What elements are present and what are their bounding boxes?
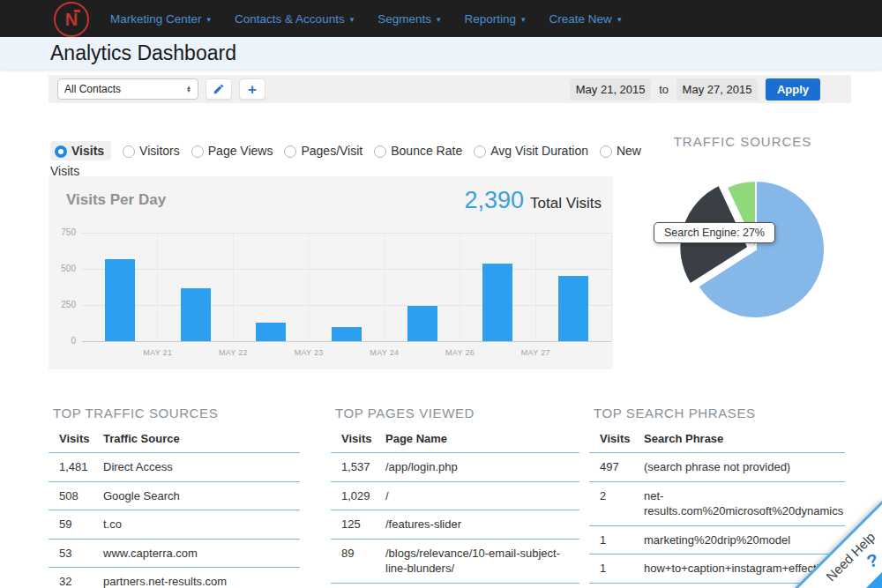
column-header-visits: Visits [341,432,385,445]
plus-icon: + [248,82,257,97]
y-axis-tick-label: 250 [42,300,76,309]
cell-visits: 497 [600,459,644,475]
nav-item-reporting[interactable]: Reporting▾ [465,12,526,26]
caret-down-icon: ▾ [437,15,441,24]
visits-bar[interactable] [105,259,135,341]
filter-bar: All Contacts ▲▼ + May 21, 2015 to May 27… [49,75,851,103]
cell-visits: 89 [341,546,385,577]
cell-name: partners.net-results.com [103,574,300,588]
radio-label: Page Views [208,144,273,158]
grid-line [82,233,611,234]
edit-list-button[interactable] [206,78,232,100]
total-visits: 2,390 Total Visits [464,187,602,214]
apply-button[interactable]: Apply [766,78,820,100]
table-row: 508Google Search [49,482,300,511]
visits-bar[interactable] [181,288,211,341]
x-axis-tick-label: MAY 26 [425,348,496,357]
grid-line [611,233,612,341]
nav-item-label: Segments [377,12,431,26]
radio-unselected-icon [374,145,386,158]
page-title: Analytics Dashboard [50,41,236,65]
table-title: TOP TRAFFIC SOURCES [53,406,300,421]
question-mark-icon: ? [864,549,880,572]
cell-visits: 1 [600,561,644,577]
contact-list-value: All Contacts [64,83,121,95]
nav-item-marketing-center[interactable]: Marketing Center▾ [110,12,211,26]
table-body: 497(search phrase not provided)2net-resu… [589,453,845,588]
nav-item-label: Contacts & Accounts [235,12,345,26]
select-stepper-icon: ▲▼ [186,86,191,93]
date-range-controls: May 21, 2015 to May 27, 2015 Apply [570,78,820,100]
caret-down-icon: ▾ [207,15,212,24]
grid-line [384,233,385,341]
visits-bar[interactable] [256,323,286,341]
metric-radio-avg-visit-duration[interactable]: Avg Visit Duration [474,144,588,158]
column-header-visits: Visits [600,432,644,445]
radio-label: Pages/Visit [301,144,363,158]
metric-radio-visits[interactable]: Visits [50,141,111,160]
cell-visits: 59 [59,517,103,532]
date-end-input[interactable]: May 27, 2015 [676,78,758,100]
radio-label: Visitors [139,144,180,158]
top-search-phrases-table: TOP SEARCH PHRASES Visits Search Phrase … [589,406,845,588]
table-row: 1,029/ [331,482,579,511]
cell-name: Direct Access [103,459,300,475]
nav-item-segments[interactable]: Segments▾ [377,12,440,26]
x-axis-tick-label: MAY 22 [198,348,268,357]
visits-bar[interactable] [407,306,437,341]
table-row: 80/blogs/relevance/changing-marketing-au… [331,584,579,588]
nav-item-create-new[interactable]: Create New▾ [549,12,622,26]
cell-name: / [385,488,579,504]
pie-chart-title: TRAFFIC SOURCES [628,134,857,149]
column-header-visits: Visits [59,432,103,445]
column-header-name: Page Name [385,432,579,445]
top-nav: N Marketing Center▾Contacts & Accounts▾S… [0,0,882,37]
visits-bar[interactable] [332,327,362,341]
cell-visits: 125 [341,517,385,532]
grid-line [82,269,611,270]
grid-line [535,233,536,341]
metric-radio-visitors[interactable]: Visitors [123,144,180,158]
table-title: TOP SEARCH PHRASES [594,406,845,421]
cell-name: Google Search [103,488,300,504]
nav-item-label: Marketing Center [110,12,202,26]
metric-radio-bounce-rate[interactable]: Bounce Rate [374,144,462,158]
contact-list-select[interactable]: All Contacts ▲▼ [57,78,198,100]
date-start-input[interactable]: May 21, 2015 [570,78,651,100]
net-results-logo[interactable]: N [54,2,89,37]
caret-down-icon: ▾ [617,15,622,24]
metric-radio-page-views[interactable]: Page Views [191,144,273,158]
bar-chart-title: Visits Per Day [66,191,166,209]
radio-label: Avg Visit Duration [490,144,588,158]
nav-item-contacts-accounts[interactable]: Contacts & Accounts▾ [235,12,354,26]
logo-flag-mark [74,10,80,12]
table-header-row: Visits Page Name [331,428,579,453]
cell-visits: 508 [59,488,103,504]
total-visits-label: Total Visits [530,195,602,212]
table-title: TOP PAGES VIEWED [335,406,579,421]
metric-radio-pages-visit[interactable]: Pages/Visit [284,144,363,158]
column-header-name: Search Phrase [644,432,845,445]
visits-bar[interactable] [482,264,512,341]
visits-bar[interactable] [558,276,588,341]
grid-line [309,233,310,341]
caret-down-icon: ▾ [521,15,526,24]
x-axis-tick-label: MAY 27 [500,348,571,357]
table-header-row: Visits Search Phrase [589,428,845,453]
cell-visits: 2 [600,488,644,519]
x-axis-tick-label: MAY 23 [273,348,344,357]
radio-label: Visits [71,144,104,158]
contact-list-controls: All Contacts ▲▼ + [57,78,265,100]
grid-line [233,233,234,341]
x-axis-tick-label: MAY 21 [123,348,193,357]
radio-unselected-icon [600,145,612,158]
x-axis-tick-label: MAY 24 [349,348,420,357]
pie-tooltip: Search Engine: 27% [654,222,775,243]
table-row: 89/blogs/relevance/10-email-subject-line… [331,540,579,584]
table-row: 53www.capterra.com [49,540,300,569]
cell-visits: 1,029 [341,488,385,504]
top-traffic-sources-table: TOP TRAFFIC SOURCES Visits Traffic Sourc… [49,406,300,588]
add-list-button[interactable]: + [239,78,265,100]
table-header-row: Visits Traffic Source [49,428,300,453]
nav-item-label: Reporting [465,12,517,26]
